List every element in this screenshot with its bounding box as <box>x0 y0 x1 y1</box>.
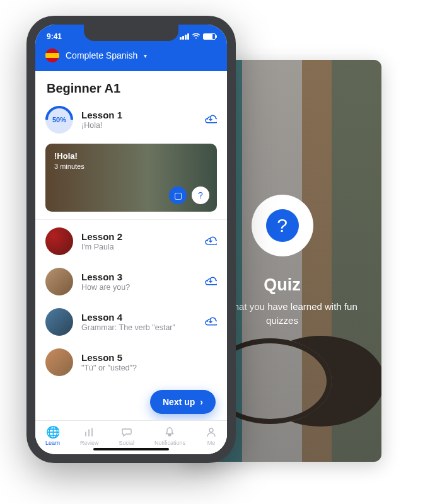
battery-icon <box>203 33 216 40</box>
user-icon <box>206 426 217 438</box>
svg-point-0 <box>209 428 213 432</box>
lesson-subtitle: "Tú" or "usted"? <box>81 364 217 372</box>
lesson-row[interactable]: 50% Lesson 1 ¡Hola! <box>35 102 227 140</box>
lesson-subtitle: How are you? <box>81 283 196 292</box>
globe-icon: 🌐 <box>46 426 60 438</box>
lesson-title: Lesson 2 <box>81 231 196 242</box>
lesson-row[interactable]: Lesson 2 I'm Paula <box>35 221 227 261</box>
divider <box>35 219 227 220</box>
download-icon[interactable] <box>204 316 217 329</box>
download-icon[interactable] <box>204 113 217 127</box>
tab-label: Review <box>80 440 99 446</box>
chevron-down-icon: ▾ <box>144 52 147 59</box>
progress-ring: 50% <box>45 106 73 134</box>
tab-label: Notifications <box>154 440 185 446</box>
lesson-subtitle: Grammar: The verb "estar" <box>81 323 196 332</box>
download-icon[interactable] <box>204 275 217 289</box>
lesson-row[interactable]: Lesson 5 "Tú" or "usted"? <box>35 342 227 382</box>
course-selector[interactable]: Complete Spanish ▾ <box>35 41 227 71</box>
phone-frame: 9:41 Complete Spanish ▾ Beginner A1 50% <box>26 16 236 463</box>
preview-action-primary[interactable]: ▢ <box>169 186 187 204</box>
lesson-row[interactable]: Lesson 4 Grammar: The verb "estar" <box>35 302 227 342</box>
lesson-title: Lesson 5 <box>81 352 217 363</box>
download-icon[interactable] <box>204 235 217 248</box>
promo-title: Quiz <box>264 275 301 295</box>
chart-icon <box>84 426 95 438</box>
tab-social[interactable]: Social <box>119 426 134 446</box>
content-area: Beginner A1 50% Lesson 1 ¡Hola! !Hola! 3 <box>35 71 227 454</box>
progress-percent: 50% <box>52 116 66 123</box>
home-indicator <box>93 448 169 450</box>
preview-action-secondary[interactable]: ? <box>192 186 209 204</box>
signal-icon <box>180 33 189 40</box>
tab-me[interactable]: Me <box>206 426 217 446</box>
tab-notifications[interactable]: Notifications <box>154 426 185 446</box>
chevron-right-icon: › <box>200 397 203 407</box>
chat-icon <box>121 426 132 438</box>
spain-flag-icon <box>45 49 59 62</box>
course-name: Complete Spanish <box>66 50 137 60</box>
lesson-thumbnail <box>45 348 73 376</box>
lesson-preview-card[interactable]: !Hola! 3 minutes ▢ ? <box>45 144 217 212</box>
tab-label: Learn <box>45 440 60 446</box>
tab-label: Me <box>207 440 216 446</box>
preview-title: !Hola! <box>54 151 208 161</box>
lesson-title: Lesson 3 <box>81 272 196 282</box>
phone-notch <box>84 25 178 41</box>
promo-icon-circle: ? <box>252 195 313 256</box>
lesson-title: Lesson 1 <box>81 110 196 120</box>
tab-review[interactable]: Review <box>80 426 99 446</box>
lesson-thumbnail <box>45 227 73 255</box>
next-up-button[interactable]: Next up › <box>150 390 216 414</box>
wifi-icon <box>192 33 200 40</box>
lesson-subtitle: ¡Hola! <box>81 121 196 130</box>
question-mark-icon: ? <box>266 209 299 242</box>
lesson-subtitle: I'm Paula <box>81 243 196 251</box>
lesson-title: Lesson 4 <box>81 312 196 323</box>
level-heading: Beginner A1 <box>35 71 227 102</box>
next-up-label: Next up <box>163 397 195 407</box>
tab-learn[interactable]: 🌐 Learn <box>45 426 60 446</box>
status-time: 9:41 <box>47 32 62 41</box>
bell-icon <box>164 426 175 438</box>
phone-screen: 9:41 Complete Spanish ▾ Beginner A1 50% <box>35 25 227 454</box>
lesson-thumbnail <box>45 268 73 295</box>
lesson-thumbnail <box>45 308 73 336</box>
tab-label: Social <box>119 440 134 446</box>
lesson-row[interactable]: Lesson 3 How are you? <box>35 261 227 302</box>
status-icons <box>180 33 216 40</box>
preview-duration: 3 minutes <box>54 163 208 170</box>
